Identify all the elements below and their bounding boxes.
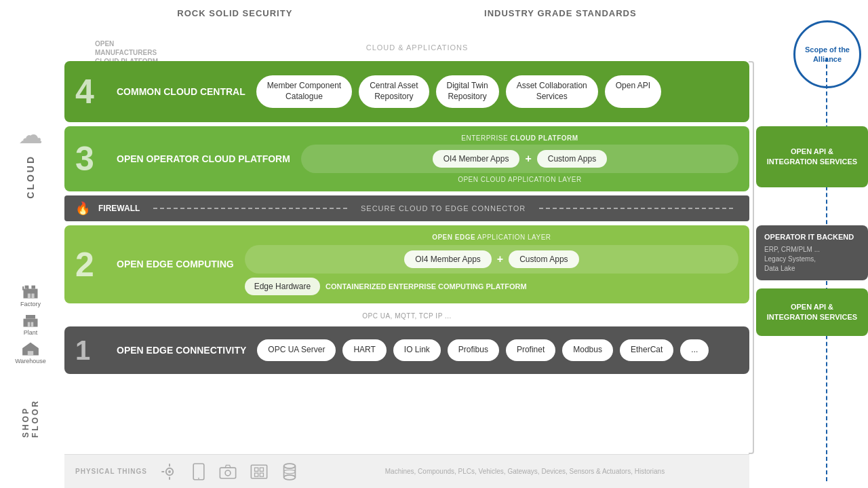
cloud-apps-label: CLOUD & APPLICATIONS: [366, 43, 469, 52]
svg-rect-3: [28, 294, 31, 299]
plant-label: Plant: [24, 329, 38, 336]
layer-1-protocols: OPC UA Server HART IO Link Profibus Prof…: [257, 339, 738, 361]
svg-rect-9: [28, 322, 31, 327]
svg-rect-7: [23, 319, 37, 327]
plus-icon-cloud: +: [525, 153, 531, 165]
plus-icon-edge: +: [497, 253, 503, 265]
protocol-hart: HART: [342, 339, 386, 361]
pill-asset-collab: Asset CollaborationServices: [506, 75, 598, 107]
containerized-label: CONTAINERIZED ENTERPRISE COMPUTING PLATF…: [326, 282, 527, 291]
opc-label: OPC UA, MQTT, TCP IP ...: [362, 312, 451, 320]
layer-3-number: 3: [75, 142, 106, 176]
physical-band: PHYSICAL THINGS: [64, 454, 749, 488]
layer-4-title: COMMON CLOUD CENTRAL: [117, 86, 245, 98]
edge-apps-row: OI4 Member Apps + Custom Apps: [245, 245, 738, 274]
layer-3-title: OPEN OPERATOR CLOUD PLATFORM: [117, 153, 290, 165]
pill-digital-twin: Digital TwinRepository: [436, 75, 499, 107]
svg-rect-27: [260, 472, 263, 476]
protocol-opc-ua: OPC UA Server: [257, 339, 336, 361]
layer-4-pills: Member ComponentCatalogue Central AssetR…: [256, 75, 738, 107]
svg-point-22: [225, 470, 231, 476]
cloud-label: CLOUD: [25, 155, 36, 199]
factory-label: Factory: [20, 301, 41, 307]
standards-label: INDUSTRY GRADE STANDARDS: [484, 8, 637, 18]
ol4-member-apps-edge: OI4 Member Apps: [404, 250, 492, 268]
right-connector-bracket: [749, 61, 754, 454]
ol4-member-apps-cloud: OI4 Member Apps: [433, 150, 520, 168]
protocol-io-link: IO Link: [393, 339, 441, 361]
svg-rect-23: [251, 465, 267, 478]
factory-icon: Factory: [20, 282, 41, 307]
svg-rect-6: [27, 286, 28, 290]
top-labels: ROCK SOLID SECURITY INDUSTRY GRADE STAND…: [0, 0, 868, 24]
layer-2-content: OPEN EDGE APPLICATION LAYER OI4 Member A…: [245, 233, 738, 295]
cloud-platform-bold: CLOUD PLATFORM: [510, 134, 578, 142]
layer-3-content: ENTERPRISE CLOUD PLATFORM OI4 Member App…: [301, 134, 738, 183]
physical-label: PHYSICAL THINGS: [75, 468, 147, 475]
firewall-band: 🔥 FIREWALL SECURE CLOUD TO EDGE CONNECTO…: [64, 195, 749, 221]
layer-4-number: 4: [75, 75, 106, 109]
protocol-profibus: Profibus: [448, 339, 499, 361]
svg-rect-13: [28, 351, 33, 355]
firewall-dashes: [153, 208, 347, 209]
tablet-icon: [192, 463, 205, 481]
firewall-label: FIREWALL: [98, 204, 140, 213]
database-icon: [281, 462, 298, 481]
pill-member-component: Member ComponentCatalogue: [256, 75, 352, 107]
svg-point-32: [284, 470, 296, 474]
open-api-edge-label: OPEN API & INTEGRATION SERVICES: [764, 302, 860, 323]
factory-icons: Factory Plant Warehouse: [15, 282, 46, 364]
protocol-profinet: Profinet: [506, 339, 555, 361]
svg-rect-4: [31, 294, 34, 299]
custom-apps-edge: Custom Apps: [509, 250, 578, 268]
firewall-connector-text: SECURE CLOUD TO EDGE CONNECTOR: [361, 204, 526, 212]
physical-description: Machines, Compounds, PLCs, Vehicles, Gat…: [311, 466, 738, 476]
shopfloor-label: SHOP FLOOR: [21, 370, 40, 438]
warehouse-label: Warehouse: [15, 358, 46, 364]
layer-2: 2 OPEN EDGE COMPUTING OPEN EDGE APPLICAT…: [64, 225, 749, 303]
pill-central-asset: Central AssetRepository: [359, 75, 429, 107]
right-open-api-edge: OPEN API & INTEGRATION SERVICES: [756, 288, 868, 336]
protocol-ethercat: EtherCat: [620, 339, 673, 361]
warehouse-icon: Warehouse: [15, 339, 46, 364]
cloud-apps-row: OI4 Member Apps + Custom Apps: [301, 145, 738, 173]
svg-rect-8: [26, 315, 35, 319]
operator-it-subtitle: ERP, CRM/PLM ...Legacy Systems,Data Lake: [764, 245, 860, 274]
operator-it-panel: OPERATOR IT BACKEND ERP, CRM/PLM ...Lega…: [756, 225, 868, 280]
svg-point-28: [284, 464, 296, 468]
shopfloor-side-label: Factory Plant Warehouse SHO: [0, 282, 61, 438]
operator-it-title: OPERATOR IT BACKEND: [764, 232, 860, 242]
layer-4: 4 COMMON CLOUD CENTRAL Member ComponentC…: [64, 61, 749, 122]
right-open-api-cloud: OPEN API & INTEGRATION SERVICES: [756, 126, 868, 187]
plant-icon: Plant: [21, 310, 40, 336]
security-label: ROCK SOLID SECURITY: [177, 8, 292, 18]
pill-open-api: Open API: [605, 75, 661, 107]
open-edge-bold: OPEN EDGE: [432, 233, 475, 241]
svg-rect-24: [254, 468, 258, 471]
plant-building-icon: [21, 310, 40, 329]
svg-point-20: [198, 477, 199, 478]
right-panels: OPEN API & INTEGRATION SERVICES OPERATOR…: [756, 61, 868, 454]
edge-app-layer-label: OPEN EDGE APPLICATION LAYER: [245, 233, 738, 241]
diagram-container: ROCK SOLID SECURITY INDUSTRY GRADE STAND…: [0, 0, 868, 488]
right-spacer-fw: [756, 191, 868, 221]
enterprise-cloud-label: ENTERPRISE CLOUD PLATFORM: [301, 134, 738, 142]
firewall-icon: 🔥: [75, 201, 90, 216]
svg-rect-19: [193, 464, 204, 479]
edge-hardware-pill: Edge Hardware: [245, 278, 320, 295]
robot-arm-icon: [161, 463, 178, 481]
protocol-more: ...: [680, 339, 709, 361]
svg-rect-26: [254, 472, 258, 476]
physical-icons: [161, 462, 298, 481]
layer-2-number: 2: [75, 248, 106, 282]
layer-1-number: 1: [75, 337, 106, 364]
layer-2-title: OPEN EDGE COMPUTING: [117, 258, 234, 270]
layer-3: 3 OPEN OPERATOR CLOUD PLATFORM ENTERPRIS…: [64, 126, 749, 191]
camera-icon: [219, 464, 237, 479]
svg-rect-2: [31, 286, 35, 289]
pcb-icon: [250, 464, 268, 479]
custom-apps-cloud: Custom Apps: [537, 150, 607, 168]
protocol-modbus: Modbus: [562, 339, 613, 361]
svg-point-31: [284, 474, 296, 479]
svg-rect-21: [220, 468, 235, 478]
